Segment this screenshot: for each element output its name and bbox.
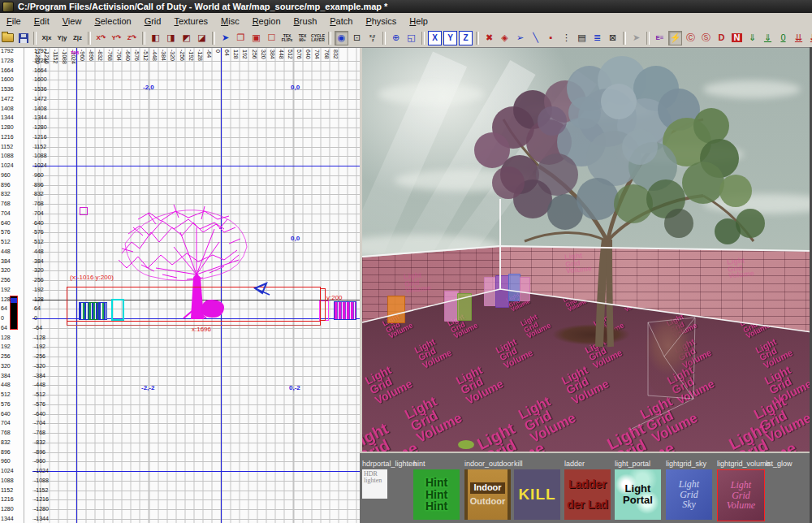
texture-swatch-hdrportal_lighten[interactable]: HDRlighten: [362, 469, 387, 499]
texture-swatch-ladder[interactable]: Ladderder Lad: [564, 469, 611, 520]
no-spawn-icon[interactable]: Ⓢ: [699, 31, 713, 45]
block-label: 0,0: [291, 235, 300, 242]
camera-marker-2d[interactable]: [253, 282, 271, 296]
lock-y-icon[interactable]: Y: [443, 31, 457, 45]
lock-z-icon[interactable]: Z: [459, 31, 473, 45]
rotate-z-icon[interactable]: Z↷: [125, 31, 139, 45]
rotate-y-icon[interactable]: Y↷: [110, 31, 123, 45]
clone-icon[interactable]: ❐: [234, 31, 248, 45]
menu-brush[interactable]: Brush: [287, 15, 324, 28]
ruler-left-label: -64: [34, 325, 58, 331]
select-touching-icon[interactable]: ☐: [265, 31, 279, 45]
flip-x-icon[interactable]: X|x: [40, 31, 54, 45]
flip-z-icon[interactable]: Z|z: [71, 31, 84, 45]
texture-swatch-kill[interactable]: KILL: [514, 469, 560, 520]
drop-floor-icon[interactable]: ⇓: [761, 31, 775, 45]
cycle-layer-icon[interactable]: CYCLE LAYER: [311, 31, 325, 45]
menu-textures[interactable]: Textures: [167, 15, 214, 28]
texture-lock-icon[interactable]: ▤: [575, 31, 589, 45]
ruler-top-label: -704: [114, 50, 122, 74]
menu-patch[interactable]: Patch: [323, 15, 359, 28]
lightning-icon[interactable]: ⚡: [668, 31, 682, 45]
region-off-icon[interactable]: ⊠: [606, 31, 620, 45]
red-dot-icon[interactable]: ▪: [544, 31, 558, 45]
split-brush-icon[interactable]: ◩: [179, 31, 193, 45]
menu-file[interactable]: File: [0, 15, 28, 28]
z-ruler-label: 448: [1, 249, 22, 254]
change-views-icon[interactable]: ➤: [218, 31, 232, 45]
z-ruler-label: 576: [1, 229, 22, 235]
cursor-disabled-icon[interactable]: ➤: [629, 31, 643, 45]
z-ruler-label: 1280: [1, 506, 22, 512]
free-rotate-icon[interactable]: ⊕: [389, 31, 403, 45]
more-dots-icon[interactable]: ⋮: [559, 31, 573, 45]
open-file-icon[interactable]: [1, 31, 15, 45]
drop-down-icon[interactable]: ⇓: [745, 31, 759, 45]
ruler-top-label: -512: [141, 50, 149, 74]
flip-clip-icon[interactable]: ◪: [195, 31, 209, 45]
menu-physics[interactable]: Physics: [359, 15, 403, 28]
2d-xy-view[interactable]: -1344-1280-1216-1152-1088-1024-960-896-8…: [32, 47, 360, 523]
ruler-top-label: 448: [277, 50, 284, 74]
save-icon[interactable]: [16, 31, 30, 45]
rotate-x-icon[interactable]: X↷: [94, 31, 108, 45]
texture-swatch-lightgrid_sky[interactable]: LightGridSky: [666, 469, 712, 520]
ruler-left-label: 1344: [34, 115, 58, 120]
z-ruler-label: 1024: [1, 162, 22, 168]
xyz-icon[interactable]: x,y z: [365, 31, 379, 45]
entity-mini-label: 708: [71, 50, 79, 55]
entity-list-icon[interactable]: ≣: [590, 31, 604, 45]
texture-palette[interactable]: hdrportal_lightenHDRlightenhintHintHintH…: [360, 452, 812, 523]
ruler-top-label: -832: [96, 50, 103, 74]
menu-edit[interactable]: Edit: [28, 15, 56, 28]
draw-line-icon[interactable]: ╲: [529, 31, 542, 45]
texture-label-hdrportal_lighten: hdrportal_lighten: [362, 460, 417, 468]
3d-camera-view[interactable]: Light Grid VolumeLight Grid VolumeLight …: [362, 47, 812, 454]
menu-grid[interactable]: Grid: [138, 15, 168, 28]
ruler-left-label: 1472: [34, 96, 58, 102]
force-drop-icon[interactable]: ⇊: [792, 31, 806, 45]
texture-swatch-indoor_outdoor[interactable]: IndoorOutdoor: [464, 469, 511, 520]
path-mode-icon[interactable]: ➢: [513, 31, 527, 45]
menu-help[interactable]: Help: [403, 15, 434, 28]
flip-y-icon[interactable]: Y|y: [55, 31, 69, 45]
force-drop-all-icon[interactable]: ⇊: [807, 31, 812, 45]
select-inside-icon[interactable]: ▣: [249, 31, 263, 45]
small-entity-2d[interactable]: [80, 207, 88, 215]
entity-color-icon[interactable]: E≡: [653, 31, 667, 45]
texture-swatch-lightgrid_volume[interactable]: LightGridVolume: [717, 469, 765, 521]
no-clip-icon[interactable]: Ⓒ: [684, 31, 698, 45]
hide-cone-icon[interactable]: ✖: [482, 31, 496, 45]
detail-icon[interactable]: D: [715, 31, 728, 45]
grid-major-line-y-neg1024: [32, 471, 360, 472]
texture-flip-icon[interactable]: TEX FLIPx: [280, 31, 294, 45]
ruler-top-label: 0: [214, 50, 221, 74]
menu-region[interactable]: Region: [246, 15, 287, 28]
clipper-icon[interactable]: ◧: [149, 31, 162, 45]
ruler-left-label: 512: [34, 239, 58, 244]
screen-icon[interactable]: ⊡: [350, 31, 364, 45]
lock-x-icon[interactable]: X: [428, 31, 442, 45]
clip-select-icon[interactable]: ◨: [164, 31, 178, 45]
z-ruler-label: 1600: [1, 76, 22, 82]
nodraw-icon[interactable]: N: [730, 31, 744, 45]
menu-selection[interactable]: Selection: [88, 15, 137, 28]
ruler-left-label: 192: [34, 287, 58, 292]
hide-diamond-icon[interactable]: ◈: [498, 31, 512, 45]
ruler-top-label: 384: [268, 50, 275, 74]
brush-entity-magenta[interactable]: [334, 301, 356, 320]
menu-misc[interactable]: Misc: [214, 15, 246, 28]
ruler-left-label: -768: [34, 430, 58, 435]
texture-rotate-90-icon[interactable]: TEX 90+: [296, 31, 309, 45]
texture-swatch-hint[interactable]: HintHintHint: [413, 469, 460, 520]
free-scale-icon[interactable]: ◱: [404, 31, 418, 45]
camera-icon[interactable]: ◉: [335, 31, 348, 45]
title-bar[interactable]: C:/Program Files/Activision/Call of Duty…: [0, 0, 812, 13]
z-window[interactable]: 1792172816641600153614721408134412801216…: [0, 47, 32, 523]
menu-view[interactable]: View: [56, 15, 89, 28]
zero-height-icon[interactable]: 0: [776, 31, 790, 45]
ruler-left-label: 960: [34, 172, 58, 178]
selection-rectangle[interactable]: [67, 287, 321, 322]
z-ruler-label: 512: [1, 391, 22, 397]
texture-swatch-light_portal[interactable]: LightPortal: [615, 469, 661, 520]
